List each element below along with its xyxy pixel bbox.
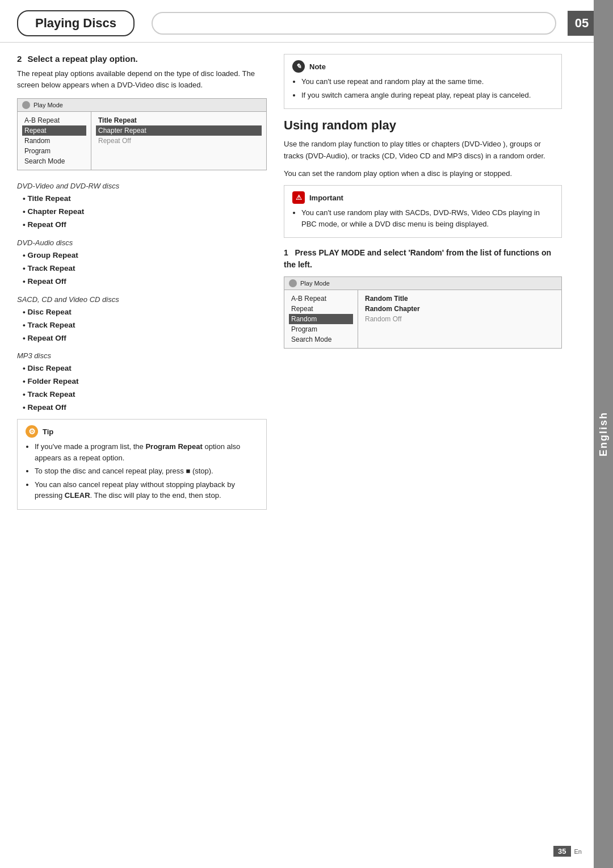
list-item: Title Repeat — [23, 192, 267, 206]
list-item: Group Repeat — [23, 249, 267, 262]
step1-heading: 1 Press PLAY MODE and select 'Random' fr… — [284, 247, 562, 271]
dvd-video-list: Title Repeat Chapter Repeat Repeat Off — [17, 192, 267, 232]
mp3-label: MP3 discs — [17, 351, 267, 360]
dvd-video-label: DVD-Video and DVD-RW discs — [17, 182, 267, 190]
mp3-list: Disc Repeat Folder Repeat Track Repeat R… — [17, 362, 267, 414]
note-icon: ✎ — [292, 60, 305, 73]
pm2-row-random: Random — [289, 314, 353, 324]
pm-row-program: Program — [22, 146, 86, 156]
section2-heading: 2 Select a repeat play option. — [17, 54, 267, 64]
tip-icon: ⚙ — [26, 425, 38, 438]
note-box: ✎ Note You can't use repeat and random p… — [284, 54, 562, 109]
pm2-row-program: Program — [289, 324, 353, 334]
play-mode-right-1: Title Repeat Chapter Repeat Repeat Off — [91, 112, 266, 170]
important-label: Important — [309, 194, 343, 202]
section2-number: 2 — [17, 54, 22, 64]
page-title: Playing Discs — [17, 10, 135, 36]
note-header: ✎ Note — [292, 60, 553, 73]
tip-list: If you've made a program list, the Progr… — [26, 441, 258, 501]
note-item-1: You can't use repeat and random play at … — [301, 76, 553, 87]
intro-text: The repeat play options available depend… — [17, 68, 267, 90]
page-footer: 35 En — [553, 846, 582, 857]
dvd-audio-list: Group Repeat Track Repeat Repeat Off — [17, 249, 267, 288]
important-item-1: You can't use random play with SACDs, DV… — [301, 207, 553, 229]
important-header: ⚠ Important — [292, 191, 553, 204]
disc-icon — [22, 101, 30, 109]
pm2-right-random-title: Random Title — [363, 293, 557, 304]
note-item-2: If you switch camera angle during repeat… — [301, 90, 553, 101]
tip-label: Tip — [43, 427, 53, 436]
sacd-label: SACD, CD and Video CD discs — [17, 295, 267, 304]
note-list: You can't use repeat and random play at … — [292, 76, 553, 100]
disc-icon-2 — [289, 279, 297, 287]
important-box: ⚠ Important You can't use random play wi… — [284, 185, 562, 238]
play-mode-label-2: Play Mode — [300, 280, 330, 287]
play-mode-content-1: A-B Repeat Repeat Random Program Search … — [18, 112, 266, 170]
list-item: Repeat Off — [23, 401, 267, 414]
header-center-box — [152, 12, 556, 35]
play-mode-box-1: Play Mode A-B Repeat Repeat Random Progr… — [17, 98, 267, 170]
chapter-number: 05 — [568, 11, 596, 36]
left-column: 2 Select a repeat play option. The repea… — [17, 54, 267, 519]
play-mode-box-2: Play Mode A-B Repeat Repeat Random Progr… — [284, 276, 562, 349]
dvd-audio-label: DVD-Audio discs — [17, 238, 267, 247]
tip-item-3: You can also cancel repeat play without … — [35, 479, 258, 501]
list-item: Repeat Off — [23, 332, 267, 345]
pm-row-random: Random — [22, 136, 86, 146]
tip-item-1: If you've made a program list, the Progr… — [35, 441, 258, 463]
list-item: Track Repeat — [23, 319, 267, 332]
right-column: ✎ Note You can't use repeat and random p… — [284, 54, 585, 519]
play-mode-left-2: A-B Repeat Repeat Random Program Search … — [284, 290, 358, 348]
pm-row-search: Search Mode — [22, 156, 86, 166]
pm-row-repeat: Repeat — [22, 125, 86, 136]
pm2-row-ab: A-B Repeat — [289, 293, 353, 304]
play-mode-header-2: Play Mode — [284, 277, 561, 290]
play-mode-header-1: Play Mode — [18, 99, 266, 112]
play-mode-content-2: A-B Repeat Repeat Random Program Search … — [284, 290, 561, 348]
play-mode-left-1: A-B Repeat Repeat Random Program Search … — [18, 112, 91, 170]
random-play-title: Using random play — [284, 118, 562, 133]
random-intro-1: Use the random play function to play tit… — [284, 139, 562, 162]
pm-right-title-repeat: Title Repeat — [96, 115, 262, 125]
tip-box: ⚙ Tip If you've made a program list, the… — [17, 419, 267, 510]
list-item: Repeat Off — [23, 275, 267, 288]
page-number: 35 — [553, 846, 570, 857]
pm2-row-search: Search Mode — [289, 334, 353, 345]
page-lang: En — [574, 848, 582, 855]
pm-row-ab: A-B Repeat — [22, 115, 86, 125]
tip-header: ⚙ Tip — [26, 425, 258, 438]
sacd-list: Disc Repeat Track Repeat Repeat Off — [17, 306, 267, 345]
list-item: Disc Repeat — [23, 306, 267, 319]
tip-item-2: To stop the disc and cancel repeat play,… — [35, 466, 258, 477]
play-mode-right-2: Random Title Random Chapter Random Off — [358, 290, 561, 348]
pm-right-chapter: Chapter Repeat — [96, 125, 262, 136]
section2-title: Select a repeat play option. — [28, 54, 138, 64]
main-content: 2 Select a repeat play option. The repea… — [0, 54, 613, 519]
list-item: Track Repeat — [23, 262, 267, 275]
play-mode-label-1: Play Mode — [33, 102, 63, 108]
random-intro-2: You can set the random play option when … — [284, 168, 562, 180]
list-item: Repeat Off — [23, 219, 267, 232]
pm2-right-random-chapter: Random Chapter — [363, 304, 557, 314]
list-item: Folder Repeat — [23, 375, 267, 388]
pm2-right-random-off: Random Off — [363, 314, 557, 324]
page-header: Playing Discs 05 — [0, 0, 613, 43]
important-list: You can't use random play with SACDs, DV… — [292, 207, 553, 229]
language-sidebar: English — [594, 0, 613, 868]
list-item: Track Repeat — [23, 388, 267, 401]
list-item: Disc Repeat — [23, 362, 267, 375]
language-label: English — [598, 412, 610, 456]
important-icon: ⚠ — [292, 191, 305, 204]
pm2-row-repeat: Repeat — [289, 304, 353, 314]
pm-right-off: Repeat Off — [96, 136, 262, 146]
note-label: Note — [309, 62, 326, 71]
list-item: Chapter Repeat — [23, 206, 267, 219]
